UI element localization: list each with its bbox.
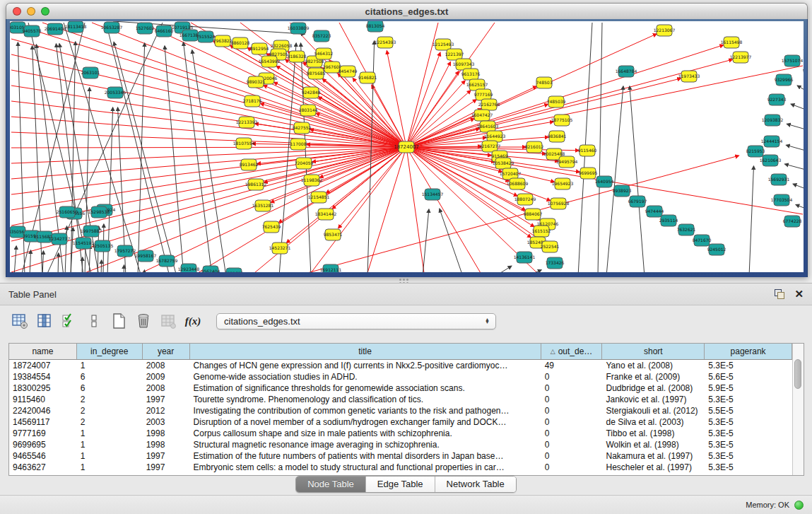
table-cell[interactable]: 0 bbox=[541, 394, 603, 405]
tab-network-table[interactable]: Network Table bbox=[435, 477, 516, 492]
table-cell[interactable]: 0 bbox=[541, 371, 603, 382]
table-cell[interactable]: 0 bbox=[541, 405, 603, 416]
table-row[interactable]: 946554611997Estimation of the future num… bbox=[9, 450, 792, 462]
table-cell[interactable]: 0 bbox=[541, 416, 603, 428]
table-cell[interactable]: 9777169 bbox=[9, 428, 77, 439]
table-cell[interactable]: 5.3E-5 bbox=[705, 360, 792, 371]
table-cell[interactable]: 2003 bbox=[143, 416, 190, 428]
table-row[interactable]: 1830029562008Estimation of significance … bbox=[9, 382, 792, 394]
table-cell[interactable]: 9463627 bbox=[9, 462, 77, 473]
minimize-window-icon[interactable] bbox=[27, 7, 35, 16]
table-vertical-scrollbar[interactable] bbox=[792, 344, 804, 475]
table-row[interactable]: 2242004622012Investigating the contribut… bbox=[9, 405, 792, 416]
table-cell[interactable]: 5.3E-5 bbox=[705, 439, 792, 450]
table-cell[interactable]: 5.5E-5 bbox=[705, 405, 792, 416]
window-titlebar[interactable]: citations_edges.txt bbox=[6, 3, 808, 20]
table-cell[interactable]: 1 bbox=[77, 360, 143, 371]
table-cell[interactable]: 2 bbox=[77, 416, 143, 428]
table-cell[interactable]: 5.3E-5 bbox=[705, 416, 792, 428]
table-cell[interactable]: 5.6E-5 bbox=[705, 371, 792, 382]
table-cell[interactable]: Wolkin et al. (1998) bbox=[602, 439, 705, 450]
table-cell[interactable]: 18724007 bbox=[9, 360, 77, 371]
table-cell[interactable]: de Silva et al. (2003) bbox=[602, 416, 705, 428]
table-cell[interactable]: 6 bbox=[77, 371, 143, 382]
citation-network-graph[interactable]: 9031054940557820691406181134181065328715… bbox=[10, 21, 804, 272]
table-cell[interactable]: 2009 bbox=[143, 371, 190, 382]
table-cell[interactable]: 9465546 bbox=[9, 450, 77, 462]
table-cell[interactable]: 1997 bbox=[143, 450, 190, 462]
table-cell[interactable]: Investigating the contribution of common… bbox=[190, 405, 541, 416]
delete-columns-icon[interactable] bbox=[134, 311, 153, 331]
table-row[interactable]: 911546021997Tourette syndrome. Phenomeno… bbox=[9, 394, 792, 405]
table-cell[interactable]: Franke et al. (2009) bbox=[602, 371, 705, 382]
memory-ok-indicator-icon[interactable] bbox=[794, 501, 804, 510]
table-cell[interactable]: Embryonic stem cells: a model to study s… bbox=[190, 462, 541, 473]
column-header-out_de[interactable]: △out_de… bbox=[541, 344, 603, 359]
table-cell[interactable]: 1 bbox=[77, 439, 143, 450]
table-cell[interactable]: Genome-wide association studies in ADHD. bbox=[190, 371, 541, 382]
table-cell[interactable]: 1 bbox=[77, 450, 143, 462]
table-cell[interactable]: 5.3E-5 bbox=[705, 428, 792, 439]
scrollbar-thumb[interactable] bbox=[794, 359, 801, 389]
table-cell[interactable]: 1997 bbox=[143, 394, 190, 405]
table-cell[interactable]: 5.3E-5 bbox=[705, 450, 792, 462]
select-columns-icon[interactable] bbox=[59, 311, 79, 331]
table-cell[interactable]: 0 bbox=[541, 450, 603, 462]
table-cell[interactable]: 49 bbox=[541, 360, 603, 371]
column-visibility-icon[interactable] bbox=[35, 311, 54, 331]
table-cell[interactable]: 9699695 bbox=[9, 439, 77, 450]
function-builder-icon[interactable]: f(x) bbox=[183, 311, 203, 331]
table-cell[interactable]: Estimation of significance thresholds fo… bbox=[190, 382, 541, 394]
float-panel-icon[interactable] bbox=[775, 289, 784, 299]
table-cell[interactable]: 5.9E-5 bbox=[705, 382, 792, 394]
table-cell[interactable]: 22420046 bbox=[9, 405, 77, 416]
tab-edge-table[interactable]: Edge Table bbox=[366, 477, 435, 492]
column-header-in_degree[interactable]: in_degree bbox=[77, 344, 143, 359]
table-cell[interactable]: Yano et al. (2008) bbox=[602, 360, 705, 371]
import-table-icon[interactable] bbox=[158, 311, 178, 331]
table-cell[interactable]: Estimation of the future numbers of pati… bbox=[190, 450, 541, 462]
table-cell[interactable]: 0 bbox=[541, 439, 603, 450]
table-cell[interactable]: 6 bbox=[77, 382, 143, 394]
table-cell[interactable]: 2 bbox=[77, 394, 143, 405]
table-cell[interactable]: Disruption of a novel member of a sodium… bbox=[190, 416, 541, 428]
column-header-pagerank[interactable]: pagerank bbox=[705, 344, 792, 359]
table-row[interactable]: 1938455462009Genome-wide association stu… bbox=[9, 371, 792, 382]
table-row[interactable]: 1456911722003Disruption of a novel membe… bbox=[9, 416, 792, 428]
table-cell[interactable]: Tourette syndrome. Phenomenology and cla… bbox=[190, 394, 541, 405]
table-row[interactable]: 946362711997Embryonic stem cells: a mode… bbox=[9, 462, 792, 473]
table-cell[interactable]: Changes of HCN gene expression and I(f) … bbox=[190, 360, 541, 371]
table-cell[interactable]: 2012 bbox=[143, 405, 190, 416]
new-column-icon[interactable] bbox=[109, 311, 129, 331]
table-cell[interactable]: 0 bbox=[541, 462, 603, 473]
table-cell[interactable]: 2008 bbox=[143, 360, 190, 371]
row-height-icon[interactable] bbox=[84, 311, 104, 331]
table-cell[interactable]: Hescheler et al. (1997) bbox=[602, 462, 705, 473]
column-header-name[interactable]: name bbox=[9, 344, 77, 359]
table-cell[interactable]: 1 bbox=[77, 462, 143, 473]
table-cell[interactable]: 1997 bbox=[143, 462, 190, 473]
table-cell[interactable]: 1998 bbox=[143, 428, 190, 439]
column-header-year[interactable]: year bbox=[143, 344, 190, 359]
table-cell[interactable]: 1998 bbox=[143, 439, 190, 450]
table-cell[interactable]: 0 bbox=[541, 382, 603, 394]
column-header-short[interactable]: short bbox=[602, 344, 705, 359]
table-selector-dropdown[interactable]: citations_edges.txt ▲▼ bbox=[216, 313, 496, 329]
table-mode-icon[interactable] bbox=[10, 311, 30, 331]
tab-node-table[interactable]: Node Table bbox=[296, 477, 366, 492]
table-cell[interactable]: Stergiakouli et al. (2012) bbox=[602, 405, 705, 416]
table-row[interactable]: 1872400712008Changes of HCN gene express… bbox=[9, 360, 792, 371]
table-cell[interactable]: Corpus callosum shape and size in male p… bbox=[190, 428, 541, 439]
close-window-icon[interactable] bbox=[13, 7, 21, 16]
table-row[interactable]: 977716911998Corpus callosum shape and si… bbox=[9, 428, 792, 439]
table-cell[interactable]: 5.3E-5 bbox=[705, 462, 792, 473]
close-panel-icon[interactable]: ✕ bbox=[794, 289, 804, 299]
table-cell[interactable]: Dudbridge et al. (2008) bbox=[602, 382, 705, 394]
zoom-window-icon[interactable] bbox=[41, 7, 49, 16]
table-cell[interactable]: 9115460 bbox=[9, 394, 77, 405]
table-cell[interactable]: 1 bbox=[77, 428, 143, 439]
table-cell[interactable]: 2008 bbox=[143, 382, 190, 394]
table-cell[interactable]: 14569117 bbox=[9, 416, 77, 428]
table-cell[interactable]: Jankovic et al. (1997) bbox=[602, 394, 705, 405]
table-cell[interactable]: Structural magnetic resonance image aver… bbox=[190, 439, 541, 450]
